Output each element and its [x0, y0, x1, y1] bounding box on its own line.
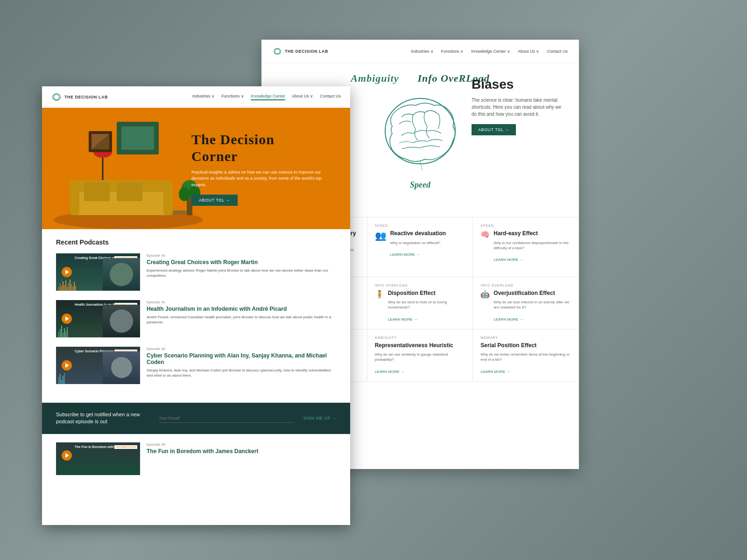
- podcast-title[interactable]: Health Journalism in an Infodemic with A…: [147, 306, 336, 312]
- podcast-info: Episode 41 Health Journalism in an Infod…: [147, 300, 336, 325]
- podcast-title[interactable]: Creating Great Choices with Roger Martin: [147, 259, 336, 266]
- card-title: Serial Position Effect: [480, 342, 571, 350]
- hero-title: The Decision Corner: [191, 131, 322, 165]
- card-item: INFO OVERLOAD 🤖 Overjustification Effect…: [473, 277, 579, 329]
- card-desc: Why is negotiation so difficult?: [390, 240, 446, 245]
- svg-rect-5: [121, 126, 154, 150]
- biases-section: Biases The science is clear: humans take…: [472, 77, 565, 135]
- card-tag: AMBIGUITY: [375, 336, 465, 339]
- front-nav: THE DECISION LAB Industries ∨ Functions …: [42, 86, 350, 108]
- card-tag: INFO OVERLOAD: [375, 284, 465, 287]
- hero-text: The Decision Corner Practical insights &…: [191, 131, 322, 206]
- learn-more-link[interactable]: LEARN MORE →: [480, 370, 510, 374]
- card-desc: Why do we better remember items at the b…: [480, 352, 571, 362]
- podcast-info: Episode 43 Creating Great Choices with R…: [147, 253, 336, 278]
- card-tag: MEMORY: [480, 336, 571, 339]
- podcasts-section: Recent Podcasts Creating Great Choices w…: [42, 229, 350, 403]
- card-tag: INFO OVERLOAD: [480, 284, 571, 287]
- hero-subtitle: Practical insights & advice on how we ca…: [191, 169, 322, 189]
- learn-more-link[interactable]: LEARN MORE →: [390, 252, 420, 257]
- learn-more-link[interactable]: LEARN MORE →: [493, 317, 523, 322]
- nav-functions-front[interactable]: Functions ∨: [221, 94, 244, 100]
- nav-industries-front[interactable]: Industries ∨: [192, 94, 215, 100]
- podcast-description: Experienced strategy advisor Roger Marti…: [147, 268, 336, 278]
- svg-rect-13: [117, 182, 142, 201]
- podcasts-section-title: Recent Podcasts: [56, 238, 336, 246]
- podcast-thumbnail: Health Journalism in an Infodemic wit...…: [56, 300, 140, 337]
- podcast-title[interactable]: Cyber Scenario Planning with Alan Iny, S…: [147, 352, 336, 365]
- play-button[interactable]: [62, 450, 72, 461]
- podcast-thumbnail: The Fun in Boredom with James Dand... SO…: [56, 442, 140, 475]
- svg-rect-18: [173, 210, 187, 214]
- card-item: MEMORY Serial Position Effect Why do we …: [473, 329, 579, 382]
- learn-more-link[interactable]: LEARN MORE →: [493, 258, 523, 262]
- card-item: INFO OVERLOAD 🧍 Disposition Effect Why d…: [367, 277, 473, 329]
- card-item: AMBIGUITY Representativeness Heuristic W…: [367, 329, 473, 382]
- biases-title: Biases: [472, 77, 565, 92]
- episode-number: Episode 41: [147, 300, 336, 304]
- learn-more-link[interactable]: LEARN MORE →: [388, 317, 417, 322]
- card-title: Overjustification Effect: [493, 290, 571, 297]
- learn-more-link[interactable]: LEARN MORE →: [375, 370, 404, 374]
- nav-about-front[interactable]: About Us ∨: [292, 94, 314, 100]
- svg-rect-12: [84, 182, 110, 201]
- room-svg: [42, 108, 215, 229]
- hero-banner: The Decision Corner Practical insights &…: [42, 108, 350, 229]
- card-tag: SPEED: [480, 224, 571, 227]
- episode-number: Episode 40: [147, 347, 336, 351]
- about-tdl-button[interactable]: ABOUT TDL →: [472, 124, 516, 135]
- subscribe-bar: Subscribe to get notified when a new pod…: [42, 403, 350, 434]
- card-desc: Why do we tend to hold on to losing inve…: [388, 300, 465, 310]
- card-item: SPEED 👥 Reactive devaluation Why is nego…: [367, 217, 473, 277]
- nav-about[interactable]: About Us ∨: [518, 49, 540, 54]
- play-button[interactable]: [62, 360, 72, 371]
- biases-desc: The science is clear: humans take mental…: [472, 97, 565, 118]
- podcast-item: Cyber Scenario Planning with Alan Iny...…: [56, 347, 336, 384]
- front-nav-links: Industries ∨ Functions ∨ Knowledge Cente…: [192, 94, 341, 100]
- card-title: Representativeness Heuristic: [375, 342, 465, 350]
- card-icon: 🧠: [480, 230, 490, 239]
- play-button[interactable]: [62, 314, 72, 324]
- card-desc: Why is our confidence disproportionate t…: [493, 240, 571, 251]
- podcast-info: Episode 39 The Fun in Boredom with James…: [147, 442, 336, 457]
- card-title: Hard-easy Effect: [493, 230, 571, 238]
- nav-knowledge[interactable]: Knowledge Center ∨: [471, 49, 510, 54]
- episode-number: Episode 43: [147, 253, 336, 258]
- podcast-description: André Picard, renowned Canadian health j…: [147, 315, 336, 325]
- category-ambiguity[interactable]: Ambiguity: [351, 72, 399, 84]
- podcast-title[interactable]: The Fun in Boredom with James Danckert: [147, 448, 336, 455]
- svg-point-16: [179, 187, 190, 201]
- back-logo-text: THE DECISION LAB: [285, 49, 328, 54]
- sign-me-up-button[interactable]: SIGN ME UP →: [303, 416, 336, 420]
- subscribe-text: Subscribe to get notified when a new pod…: [56, 411, 149, 426]
- back-nav: THE DECISION LAB Industries ∨ Functions …: [261, 40, 579, 63]
- svg-rect-11: [163, 180, 173, 215]
- podcast-thumbnail: Cyber Scenario Planning with Alan Iny...…: [56, 347, 140, 384]
- front-window: THE DECISION LAB Industries ∨ Functions …: [42, 86, 350, 525]
- nav-knowledge-front[interactable]: Knowledge Center: [251, 94, 285, 100]
- nav-contact[interactable]: Contact Us: [547, 49, 568, 54]
- hero-illustration: [42, 108, 215, 229]
- hero-about-button[interactable]: ABOUT TDL →: [191, 195, 238, 206]
- email-input[interactable]: [159, 414, 294, 423]
- back-nav-links: Industries ∨ Functions ∨ Knowledge Cente…: [411, 49, 568, 54]
- card-title: Reactive devaluation: [390, 230, 446, 238]
- bottom-podcast: The Fun in Boredom with James Dand... SO…: [42, 434, 350, 483]
- card-icon: 🧍: [375, 290, 384, 299]
- brain-illustration: [374, 89, 467, 178]
- svg-rect-10: [70, 180, 79, 215]
- play-button[interactable]: [62, 267, 72, 277]
- card-desc: Why do we lose interest in an activity a…: [493, 300, 571, 310]
- nav-industries[interactable]: Industries ∨: [411, 49, 434, 54]
- nav-contact-front[interactable]: Contact Us: [320, 94, 341, 100]
- podcast-item: Health Journalism in an Infodemic wit...…: [56, 300, 336, 337]
- podcast-item: Creating Great Choices with Roger Ma... …: [56, 253, 336, 291]
- front-logo: THE DECISION LAB: [51, 93, 108, 101]
- card-item: SPEED 🧠 Hard-easy Effect Why is our conf…: [473, 217, 579, 277]
- front-logo-text: THE DECISION LAB: [64, 95, 108, 99]
- card-tag: SPEED: [375, 224, 465, 227]
- card-desc: Why do we use similarity to gauge statis…: [375, 352, 465, 362]
- nav-functions[interactable]: Functions ∨: [441, 49, 464, 54]
- podcast-thumbnail: Creating Great Choices with Roger Ma... …: [56, 253, 140, 291]
- back-logo: THE DECISION LAB: [273, 48, 328, 55]
